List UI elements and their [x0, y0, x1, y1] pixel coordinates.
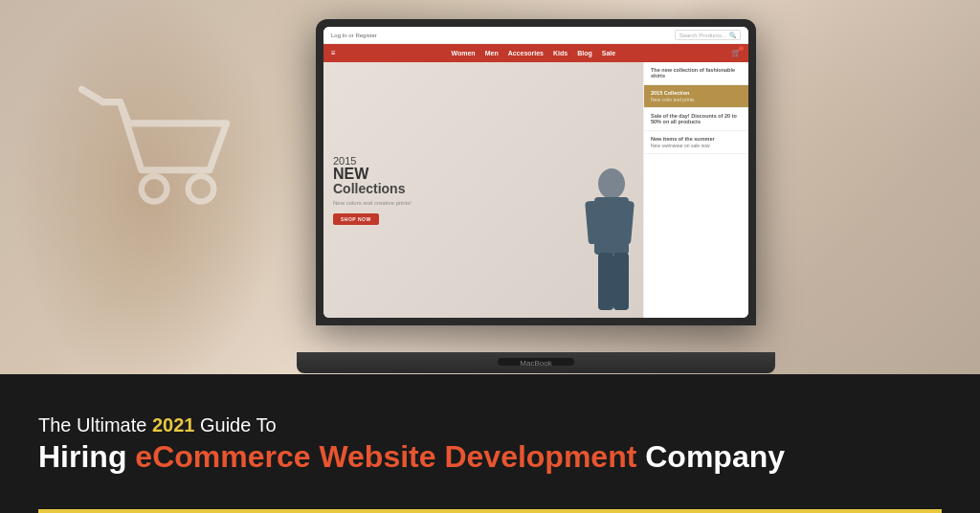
site-hero: 2015 NEW Collections New colors and crea…	[323, 62, 748, 318]
site-sidebar: The new collection of fashionable shirts…	[643, 62, 748, 318]
hero-person-image	[571, 62, 648, 318]
subtitle-rest: Guide To	[200, 414, 277, 435]
cart-nav-icon: 🛒	[731, 49, 741, 57]
sidebar-item-1-title: The new collection of fashionable shirts	[651, 67, 742, 78]
sidebar-item-1: The new collection of fashionable shirts	[644, 62, 748, 85]
laptop: Log In or Register Search Products... 🔍 …	[297, 19, 775, 373]
svg-rect-7	[613, 253, 629, 310]
cart-badge	[739, 46, 744, 51]
bottom-title: Hiring eCommerce Website Development Com…	[38, 440, 942, 474]
site-nav: ≡ Women Men Accesories Kids Blog Sale 🛒	[323, 44, 748, 62]
accent-line	[38, 509, 942, 513]
hamburger-icon: ≡	[331, 49, 336, 57]
sidebar-item-2-desc: New color and prints	[651, 97, 742, 102]
sidebar-item-4-desc: New swimwear on sale now	[651, 143, 742, 148]
nav-women: Women	[452, 50, 476, 56]
sidebar-item-2: 2015 Collection New color and prints	[644, 85, 748, 108]
laptop-screen: Log In or Register Search Products... 🔍 …	[316, 19, 756, 325]
title-company: Company	[645, 439, 785, 474]
or-text: or	[348, 33, 353, 38]
title-hiring: Hiring	[38, 439, 126, 474]
hero-content: 2015 NEW Collections New colors and crea…	[323, 62, 643, 318]
site-auth-links: Log In or Register	[331, 33, 377, 38]
bottom-section: The Ultimate 2021 Guide To Hiring eComme…	[0, 374, 980, 513]
sidebar-item-3: Sale of the day! Discounts of 20 to 50% …	[644, 108, 748, 131]
nav-men: Men	[485, 50, 499, 56]
shop-now-button: SHOP NOW	[333, 213, 379, 225]
svg-rect-6	[598, 253, 613, 310]
nav-kids: Kids	[553, 50, 568, 56]
svg-point-0	[142, 176, 167, 202]
nav-sale: Sale	[602, 50, 615, 56]
laptop-brand-label: MacBook	[520, 359, 551, 368]
subtitle-plain: The Ultimate	[38, 414, 146, 435]
register-link: Register	[355, 33, 376, 38]
search-placeholder: Search Products...	[679, 33, 726, 38]
svg-point-1	[189, 176, 214, 202]
svg-point-2	[598, 168, 625, 199]
nav-blog: Blog	[577, 50, 592, 56]
laptop-display: Log In or Register Search Products... 🔍 …	[323, 27, 748, 318]
sidebar-item-3-title: Sale of the day! Discounts of 20 to 50% …	[651, 113, 742, 124]
subtitle-year: 2021	[152, 414, 195, 435]
search-icon: 🔍	[729, 32, 736, 38]
title-highlight: eCommerce Website Development	[135, 439, 645, 474]
sidebar-item-4-title: New items of the summer	[651, 136, 742, 142]
site-topbar: Log In or Register Search Products... 🔍	[323, 27, 748, 44]
sidebar-item-2-title: 2015 Collection	[651, 90, 742, 96]
background-layer: Log In or Register Search Products... 🔍 …	[0, 0, 980, 383]
nav-accessories: Accesories	[508, 50, 544, 56]
shopping-cart-icon	[77, 77, 268, 268]
login-link: Log In	[331, 33, 347, 38]
site-search: Search Products... 🔍	[675, 30, 741, 40]
laptop-base: MacBook	[297, 352, 775, 373]
sidebar-item-4: New items of the summer New swimwear on …	[644, 131, 748, 154]
bottom-subtitle: The Ultimate 2021 Guide To	[38, 413, 942, 436]
website-mockup: Log In or Register Search Products... 🔍 …	[323, 27, 748, 318]
